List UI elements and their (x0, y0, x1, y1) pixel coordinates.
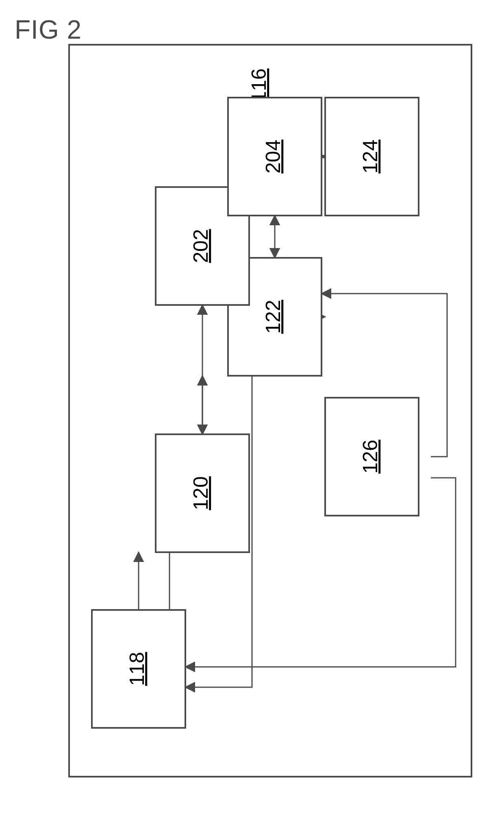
block-label-b126: 126 (359, 440, 382, 473)
block-label-b204: 204 (262, 139, 285, 173)
block-label-b124: 124 (359, 139, 382, 173)
diagram-canvas: 116118120122124126202204 (0, 0, 504, 821)
block-label-b202: 202 (189, 229, 212, 263)
block-label-b118: 118 (126, 652, 148, 686)
block-label-b120: 120 (189, 476, 212, 510)
diagram-page: FIG 2 116118120122124126202204 (0, 0, 504, 821)
block-label-b122: 122 (262, 300, 285, 333)
